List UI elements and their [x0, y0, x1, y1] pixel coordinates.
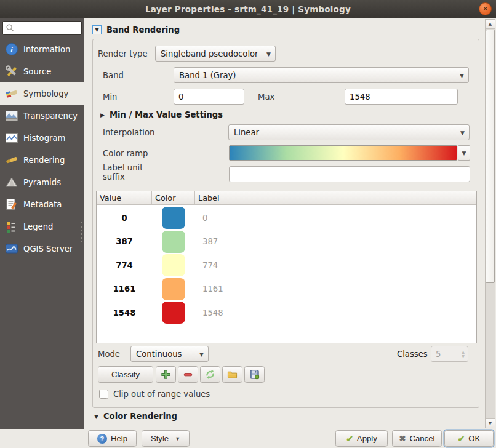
classify-button[interactable]: Classify [98, 366, 153, 383]
qgis-server-icon [4, 241, 19, 256]
sidebar-item-label: Legend [23, 222, 53, 231]
sidebar-item-legend[interactable]: Legend [0, 215, 84, 238]
info-icon: i [4, 42, 19, 57]
close-button[interactable]: ✕ [479, 2, 492, 15]
ok-button[interactable]: ✔ OK [444, 430, 494, 447]
color-ramp-gradient[interactable] [229, 145, 457, 161]
sidebar-item-qgis-server[interactable]: QGIS Server [0, 238, 84, 260]
rendering-icon [4, 153, 19, 167]
sidebar-item-symbology[interactable]: Symbology [0, 82, 84, 105]
sidebar-item-label: Metadata [23, 200, 62, 209]
scrollbar-down-button[interactable]: ▼ [486, 418, 495, 428]
transparency-icon [4, 108, 19, 123]
sidebar-item-label: Rendering [23, 156, 65, 165]
table-body: 0 0 387 387 774 774 1161 1161 [97, 205, 476, 325]
remove-icon [183, 369, 193, 380]
sidebar-item-pyramids[interactable]: Pyramids [0, 171, 84, 193]
table-row[interactable]: 1161 1161 [97, 278, 476, 302]
clip-checkbox[interactable] [99, 390, 108, 399]
sidebar-item-label: Pyramids [23, 178, 61, 187]
table-row[interactable]: 774 774 [97, 254, 476, 278]
load-values-button[interactable] [200, 366, 220, 383]
help-button[interactable]: ? Help [88, 430, 137, 447]
search-input[interactable] [15, 22, 76, 34]
color-rendering-header[interactable]: ▼ Color Rendering [94, 412, 177, 421]
table-row[interactable]: 387 387 [97, 230, 476, 254]
style-button[interactable]: Style ▼ [142, 430, 190, 447]
table-row[interactable]: 1548 1548 [97, 301, 476, 325]
x-icon: ✖ [399, 434, 406, 443]
metadata-icon [4, 197, 19, 212]
legend-icon [4, 219, 19, 234]
save-icon [249, 369, 260, 380]
column-header-label: Label [195, 191, 476, 204]
label-unit-suffix-label: Label unitsuffix [103, 163, 143, 182]
pyramids-icon [4, 175, 19, 190]
color-swatch[interactable] [162, 278, 185, 300]
interpolation-select[interactable]: Linear ▼ [228, 124, 470, 140]
chevron-down-icon: ▼ [460, 73, 464, 79]
check-icon: ✔ [458, 434, 465, 444]
minmax-settings-header[interactable]: ▶ Min / Max Value Settings [100, 110, 223, 119]
color-swatch[interactable] [162, 207, 185, 229]
column-header-color: Color [152, 191, 195, 204]
classes-spinbox[interactable]: 5 ▲▼ [431, 346, 468, 362]
refresh-icon [205, 369, 215, 380]
scrollbar-thumb[interactable] [486, 30, 495, 283]
sidebar-item-metadata[interactable]: Metadata [0, 193, 84, 215]
section-title: Band Rendering [106, 25, 180, 34]
band-select[interactable]: Band 1 (Gray) ▼ [174, 67, 469, 83]
table-header: Value Color Label [97, 191, 476, 205]
scrollbar-up-button[interactable]: ▲ [486, 20, 495, 29]
sidebar-item-histogram[interactable]: Histogram [0, 127, 84, 149]
search-icon [6, 23, 15, 33]
sidebar-item-label: Source [23, 67, 51, 76]
save-color-map-button[interactable] [244, 366, 265, 383]
mode-label: Mode [98, 350, 120, 359]
chevron-down-icon: ▼ [266, 51, 271, 57]
remove-entry-button[interactable] [178, 366, 198, 383]
panel-splitter-handle[interactable] [81, 222, 82, 242]
check-icon: ✔ [346, 434, 353, 444]
sidebar-item-source[interactable]: Source [0, 60, 84, 82]
band-label: Band [103, 71, 124, 80]
help-icon: ? [97, 434, 107, 444]
render-type-select[interactable]: Singleband pseudocolor ▼ [155, 46, 276, 62]
classes-label: Classes [397, 350, 428, 359]
load-color-map-button[interactable] [222, 366, 242, 383]
symbology-icon [4, 86, 19, 101]
column-header-value: Value [97, 191, 152, 204]
mode-select[interactable]: Continuous ▼ [130, 346, 209, 362]
interpolation-label: Interpolation [103, 128, 154, 137]
sidebar-item-transparency[interactable]: Transparency [0, 105, 84, 127]
color-swatch[interactable] [162, 254, 185, 276]
chevron-down-icon: ▼ [460, 130, 465, 136]
sidebar: i Information Source Symbology Transpare… [0, 18, 84, 429]
sidebar-item-label: Transparency [23, 111, 78, 121]
add-entry-button[interactable] [156, 366, 176, 383]
min-label: Min [103, 92, 117, 102]
color-ramp-dropdown[interactable]: ▼ [458, 145, 470, 161]
cancel-button[interactable]: ✖ Cancel [392, 430, 442, 447]
collapse-triangle-icon[interactable]: ▼ [92, 25, 102, 34]
source-icon [4, 64, 19, 79]
label-unit-suffix-input[interactable] [229, 166, 470, 182]
table-row[interactable]: 0 0 [97, 206, 476, 230]
collapse-triangle-icon: ▼ [94, 414, 98, 420]
vertical-scrollbar[interactable]: ▲ ▼ [485, 19, 495, 428]
sidebar-item-rendering[interactable]: Rendering [0, 149, 84, 171]
sidebar-item-label: QGIS Server [23, 244, 73, 254]
max-input[interactable] [345, 89, 458, 105]
color-swatch[interactable] [162, 302, 185, 324]
spinner-arrows-icon: ▲▼ [458, 346, 468, 361]
color-swatch[interactable] [162, 231, 185, 253]
chevron-down-icon: ▼ [199, 351, 204, 358]
clip-checkbox-label: Clip out of range values [113, 390, 210, 399]
apply-button[interactable]: ✔ Apply [335, 430, 388, 447]
sidebar-item-information[interactable]: i Information [0, 38, 84, 60]
arrow-up-icon: ▲ [489, 22, 492, 26]
color-map-table: Value Color Label 0 0 387 387 774 [96, 191, 477, 343]
layer-properties-dialog: Layer Properties - srtm_41_19 | Symbolog… [0, 0, 496, 448]
sidebar-item-label: Symbology [23, 89, 68, 98]
min-input[interactable] [174, 89, 244, 105]
